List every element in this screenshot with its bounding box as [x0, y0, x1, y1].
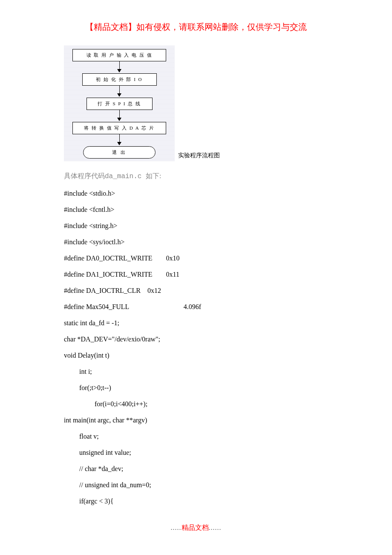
arrow-icon: [68, 61, 170, 73]
code-line: // char *da_dev;: [64, 464, 328, 474]
main-content: 读 取 用 户 输 入 电 压 值 初 始 化 外 部 I O 打 开 S P …: [0, 46, 392, 506]
label-prefix: 具体程序代码: [64, 172, 105, 179]
code-line: int i;: [64, 367, 328, 377]
page-footer: .....精品文档......: [0, 523, 392, 532]
code-line: #include <stdio.h>: [64, 188, 328, 199]
code-line: #include <string.h>: [64, 221, 328, 231]
code-line: #include <fcntl.h>: [64, 205, 328, 215]
code-line: #define DA0_IOCTRL_WRITE 0x10: [64, 253, 328, 263]
flow-step-init-io: 初 始 化 外 部 I O: [82, 73, 157, 86]
code-line: for(i=0;i<400;i++);: [64, 399, 328, 409]
flow-step-open-spi: 打 开 S P I 总 线: [86, 98, 153, 110]
label-filename: da_main.c: [105, 173, 146, 180]
label-suffix: 如下:: [146, 172, 161, 179]
code-line: #define DA1_IOCTRL_WRITE 0x11: [64, 269, 328, 280]
code-line: for(;t>0;t--): [64, 383, 328, 393]
flow-step-write-da: 将 转 换 值 写 入 D A 芯 片: [72, 122, 166, 134]
flowchart-diagram: 读 取 用 户 输 入 电 压 值 初 始 化 外 部 I O 打 开 S P …: [64, 46, 175, 161]
code-line: unsigned int value;: [64, 448, 328, 458]
footer-dots-right: ......: [209, 524, 222, 531]
flow-step-read-input: 读 取 用 户 输 入 电 压 值: [72, 49, 166, 61]
code-line: float v;: [64, 431, 328, 442]
footer-dots-left: .....: [171, 524, 182, 531]
code-line: static int da_fd = -1;: [64, 318, 328, 328]
arrow-icon: [68, 134, 170, 146]
code-line: int main(int argc, char **argv): [64, 415, 328, 425]
code-line: #define Max504_FULL 4.096f: [64, 302, 328, 312]
code-line: // unsigned int da_num=0;: [64, 480, 328, 490]
flow-terminator-exit: 退 出: [83, 146, 156, 159]
arrow-icon: [68, 110, 170, 122]
code-line: #include <sys/ioctl.h>: [64, 237, 328, 247]
code-line: char *DA_DEV="/dev/exio/0raw";: [64, 334, 328, 344]
arrow-icon: [68, 86, 170, 98]
code-line: #define DA_IOCTRL_CLR 0x12: [64, 286, 328, 296]
flowchart-row: 读 取 用 户 输 入 电 压 值 初 始 化 外 部 I O 打 开 S P …: [64, 46, 328, 161]
flowchart-caption: 实验程序流程图: [178, 152, 220, 159]
code-line: if(argc < 3){: [64, 496, 328, 506]
code-section-label: 具体程序代码da_main.c 如下:: [64, 172, 328, 181]
code-line: void Delay(int t): [64, 350, 328, 361]
page-header: 【精品文档】如有侵权，请联系网站删除，仅供学习与交流: [0, 21, 392, 33]
footer-label: 精品文档: [182, 524, 209, 531]
